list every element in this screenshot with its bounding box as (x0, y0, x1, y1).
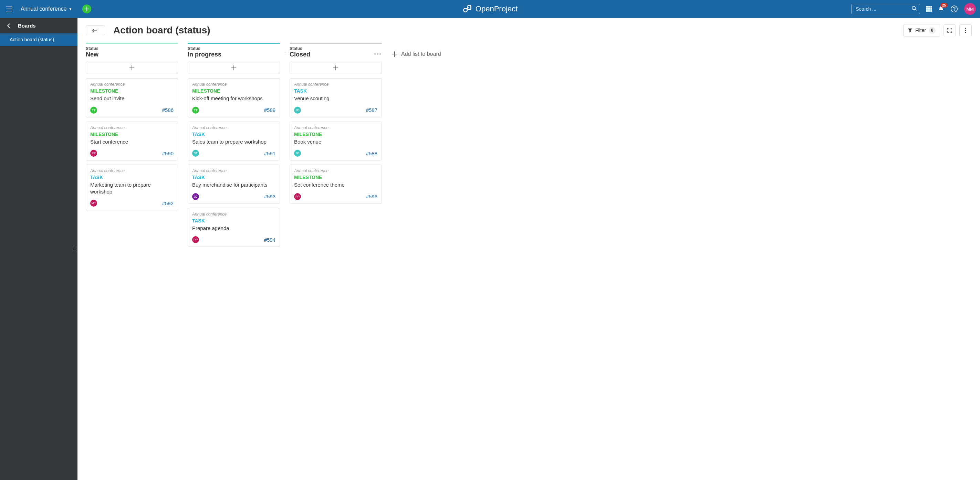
svg-rect-10 (928, 10, 930, 12)
board-card[interactable]: Annual conferenceMILESTONEKick-off meeti… (188, 78, 280, 118)
main-menu-toggle[interactable] (4, 6, 14, 11)
svg-rect-7 (928, 8, 930, 10)
add-list-label: Add list to board (401, 51, 441, 57)
card-type: TASK (192, 175, 275, 180)
board-card[interactable]: Annual conferenceTASKSales team to prepa… (188, 122, 280, 161)
svg-rect-4 (928, 6, 930, 8)
board-column: StatusNewAnnual conferenceMILESTONESend … (86, 43, 178, 215)
board-card[interactable]: Annual conferenceMILESTONEBook venueJD#5… (290, 122, 382, 161)
notification-badge: 25 (940, 3, 948, 8)
card-project: Annual conference (294, 82, 377, 87)
card-project: Annual conference (192, 168, 275, 173)
back-arrow-icon (92, 28, 99, 33)
assignee-avatar[interactable]: JD (192, 193, 199, 200)
svg-rect-5 (931, 6, 932, 8)
add-card-button[interactable] (188, 62, 280, 74)
column-color-bar (86, 43, 178, 44)
board-card[interactable]: Annual conferenceMILESTONESend out invit… (86, 78, 178, 118)
board-back-button[interactable] (86, 25, 105, 35)
svg-rect-9 (926, 10, 928, 12)
card-type: TASK (192, 132, 275, 137)
card-type: TASK (90, 175, 173, 180)
card-title: Sales team to prepare workshop (192, 138, 275, 145)
add-card-button[interactable] (290, 62, 382, 74)
board-card[interactable]: Annual conferenceMILESTONESet conference… (290, 165, 382, 204)
card-title: Marketing team to prepare workshop (90, 181, 173, 195)
svg-point-15 (965, 30, 966, 31)
brand-text: OpenProject (476, 5, 517, 13)
assignee-avatar[interactable]: TT (192, 107, 199, 114)
user-avatar[interactable]: MM (964, 3, 976, 15)
card-id[interactable]: #591 (264, 151, 275, 156)
assignee-avatar[interactable]: MT (90, 200, 97, 207)
card-type: MILESTONE (90, 132, 173, 137)
card-type: MILESTONE (90, 88, 173, 94)
project-selector[interactable]: Annual conference ▼ (21, 6, 72, 12)
column-drag-handle[interactable]: ⋮⋮⋮⋮ (283, 50, 291, 54)
assignee-avatar[interactable]: TT (90, 107, 97, 114)
column-more-button[interactable]: ••• (374, 51, 382, 57)
fullscreen-button[interactable] (943, 24, 956, 36)
sidebar-collapse-handle[interactable]: ⋮⋮⋮⋮ (71, 247, 78, 251)
card-id[interactable]: #592 (162, 200, 173, 206)
assignee-avatar[interactable]: PP (192, 236, 199, 243)
card-id[interactable]: #590 (162, 151, 173, 156)
project-name: Annual conference (21, 6, 67, 12)
brand-logo[interactable]: OpenProject (463, 4, 517, 14)
board-card[interactable]: Annual conferenceTASKMarketing team to p… (86, 165, 178, 210)
more-vertical-icon (965, 27, 966, 33)
card-id[interactable]: #586 (162, 107, 173, 113)
svg-point-13 (954, 10, 955, 11)
assignee-avatar[interactable]: PP (90, 150, 97, 157)
board-card[interactable]: Annual conferenceTASKBuy merchandise for… (188, 165, 280, 204)
column-status-label: Status (86, 46, 178, 51)
card-project: Annual conference (90, 168, 173, 173)
card-title: Prepare agenda (192, 225, 275, 232)
help-button[interactable] (950, 5, 958, 13)
card-id[interactable]: #589 (264, 107, 275, 113)
svg-point-16 (965, 32, 966, 33)
sidebar: Boards Action board (status) ⋮⋮⋮⋮ (0, 18, 78, 480)
column-title[interactable]: In progress (188, 51, 280, 58)
card-title: Buy merchandise for participants (192, 181, 275, 188)
column-title[interactable]: Closed (290, 51, 382, 58)
assignee-avatar[interactable]: JD (294, 150, 301, 157)
card-id[interactable]: #588 (366, 151, 377, 156)
board-column: ⋮⋮⋮⋮StatusClosed•••Annual conferenceTASK… (290, 43, 382, 208)
global-search[interactable] (851, 4, 920, 14)
card-id[interactable]: #594 (264, 237, 275, 243)
add-card-button[interactable] (86, 62, 178, 74)
notifications-button[interactable]: 25 (938, 6, 944, 12)
card-id[interactable]: #587 (366, 107, 377, 113)
apps-menu[interactable] (926, 6, 932, 12)
global-create-button[interactable] (82, 5, 91, 13)
svg-rect-6 (926, 8, 928, 10)
openproject-icon (463, 4, 472, 14)
filter-button[interactable]: Filter 0 (903, 24, 940, 37)
svg-rect-8 (931, 8, 932, 10)
caret-down-icon: ▼ (68, 7, 72, 11)
assignee-avatar[interactable]: JD (294, 107, 301, 114)
card-project: Annual conference (192, 126, 275, 130)
assignee-avatar[interactable]: ST (192, 150, 199, 157)
card-id[interactable]: #593 (264, 194, 275, 199)
board-card[interactable]: Annual conferenceTASKVenue scoutingJD#58… (290, 78, 382, 118)
sidebar-item-action-board[interactable]: Action board (status) (0, 33, 78, 46)
board-more-button[interactable] (959, 24, 972, 36)
sidebar-back[interactable]: Boards (0, 18, 78, 33)
board-card[interactable]: Annual conferenceTASKPrepare agendaPP#59… (188, 208, 280, 247)
card-title: Venue scouting (294, 95, 377, 102)
card-project: Annual conference (90, 126, 173, 130)
card-title: Kick-off meeting for workshops (192, 95, 275, 102)
arrow-left-icon (6, 23, 12, 29)
board-card[interactable]: Annual conferenceMILESTONEStart conferen… (86, 122, 178, 161)
filter-label: Filter (915, 27, 926, 33)
column-status-label: Status (188, 46, 280, 51)
add-list-button[interactable]: Add list to board (391, 51, 441, 57)
assignee-avatar[interactable]: PP (294, 193, 301, 200)
column-title[interactable]: New (86, 51, 178, 58)
card-id[interactable]: #596 (366, 194, 377, 199)
column-color-bar (188, 43, 280, 44)
card-type: MILESTONE (294, 132, 377, 137)
search-input[interactable] (851, 4, 920, 14)
